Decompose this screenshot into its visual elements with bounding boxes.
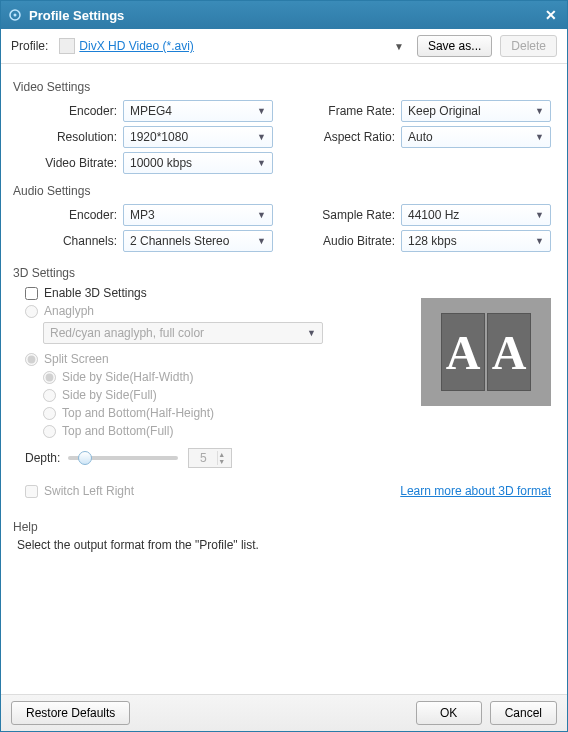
audio-bitrate-label: Audio Bitrate: [303, 234, 395, 248]
window-title: Profile Settings [29, 8, 541, 23]
enable-3d-label: Enable 3D Settings [44, 286, 147, 300]
spinner-down-icon: ▼ [218, 458, 231, 465]
profile-value: DivX HD Video (*.avi) [79, 39, 394, 53]
framerate-label: Frame Rate: [303, 104, 395, 118]
anaglyph-select: Red/cyan anaglyph, full color▼ [43, 322, 323, 344]
chevron-down-icon: ▼ [535, 132, 544, 142]
resolution-select[interactable]: 1920*1080▼ [123, 126, 273, 148]
framerate-select[interactable]: Keep Original▼ [401, 100, 551, 122]
three-d-section: 3D Settings Enable 3D Settings Anaglyph … [17, 266, 551, 502]
anaglyph-label: Anaglyph [44, 304, 94, 318]
chevron-down-icon: ▼ [257, 106, 266, 116]
chevron-down-icon: ▼ [257, 210, 266, 220]
profile-select[interactable]: DivX HD Video (*.avi) ▼ [54, 35, 409, 57]
anaglyph-radio-input [25, 305, 38, 318]
preview-letter-right: A [487, 313, 531, 391]
footer-bar: Restore Defaults OK Cancel [1, 694, 567, 731]
profile-file-icon [59, 38, 75, 54]
depth-label: Depth: [25, 451, 60, 465]
chevron-down-icon: ▼ [535, 210, 544, 220]
video-settings-label: Video Settings [13, 80, 551, 94]
chevron-down-icon: ▼ [535, 236, 544, 246]
ok-button[interactable]: OK [416, 701, 482, 725]
aspect-select[interactable]: Auto▼ [401, 126, 551, 148]
help-section: Help Select the output format from the "… [17, 520, 551, 552]
depth-slider[interactable] [68, 456, 178, 460]
switch-lr-label: Switch Left Right [44, 484, 134, 498]
svg-point-1 [14, 14, 17, 17]
split-screen-radio-input [25, 353, 38, 366]
chevron-down-icon: ▼ [535, 106, 544, 116]
profile-label: Profile: [11, 39, 48, 53]
audio-settings-label: Audio Settings [13, 184, 551, 198]
depth-spinner: 5 ▲▼ [188, 448, 232, 468]
delete-button: Delete [500, 35, 557, 57]
slider-thumb[interactable] [78, 451, 92, 465]
channels-select[interactable]: 2 Channels Stereo▼ [123, 230, 273, 252]
app-icon [7, 7, 23, 23]
content-area: Video Settings Encoder: MPEG4▼ Frame Rat… [1, 64, 567, 694]
switch-lr-checkbox: Switch Left Right [25, 484, 134, 498]
help-label: Help [13, 520, 551, 534]
restore-defaults-button[interactable]: Restore Defaults [11, 701, 130, 725]
three-d-label: 3D Settings [13, 266, 551, 280]
profile-toolbar: Profile: DivX HD Video (*.avi) ▼ Save as… [1, 29, 567, 64]
close-icon[interactable]: ✕ [541, 7, 561, 23]
help-text: Select the output format from the "Profi… [17, 538, 551, 552]
three-d-preview: A A [421, 298, 551, 406]
switch-lr-input [25, 485, 38, 498]
cancel-button[interactable]: Cancel [490, 701, 557, 725]
split-screen-label: Split Screen [44, 352, 109, 366]
audio-encoder-select[interactable]: MP3▼ [123, 204, 273, 226]
preview-letter-left: A [441, 313, 485, 391]
chevron-down-icon: ▼ [307, 328, 316, 338]
chevron-down-icon: ▼ [257, 132, 266, 142]
enable-3d-input[interactable] [25, 287, 38, 300]
video-bitrate-select[interactable]: 10000 kbps▼ [123, 152, 273, 174]
samplerate-label: Sample Rate: [303, 208, 395, 222]
tab-half-radio: Top and Bottom(Half-Height) [43, 406, 551, 420]
save-as-button[interactable]: Save as... [417, 35, 492, 57]
aspect-label: Aspect Ratio: [303, 130, 395, 144]
tab-full-radio: Top and Bottom(Full) [43, 424, 551, 438]
chevron-down-icon: ▼ [394, 41, 404, 52]
samplerate-select[interactable]: 44100 Hz▼ [401, 204, 551, 226]
chevron-down-icon: ▼ [257, 236, 266, 246]
depth-value: 5 [189, 451, 217, 465]
encoder-label: Encoder: [17, 104, 117, 118]
spinner-up-icon: ▲ [218, 451, 231, 458]
learn-more-link[interactable]: Learn more about 3D format [400, 484, 551, 498]
video-encoder-select[interactable]: MPEG4▼ [123, 100, 273, 122]
video-bitrate-label: Video Bitrate: [17, 156, 117, 170]
audio-bitrate-select[interactable]: 128 kbps▼ [401, 230, 551, 252]
channels-label: Channels: [17, 234, 117, 248]
chevron-down-icon: ▼ [257, 158, 266, 168]
audio-encoder-label: Encoder: [17, 208, 117, 222]
resolution-label: Resolution: [17, 130, 117, 144]
titlebar: Profile Settings ✕ [1, 1, 567, 29]
